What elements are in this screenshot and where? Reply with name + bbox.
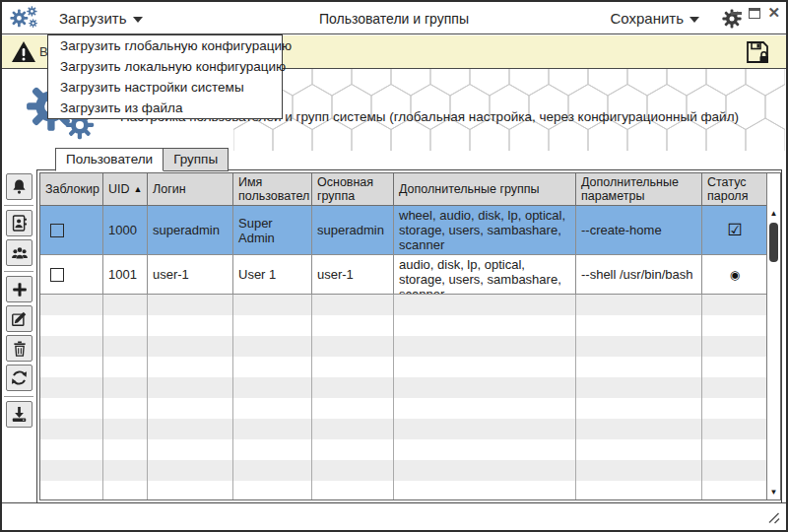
vertical-scrollbar[interactable]: ▲ ▼ bbox=[766, 173, 780, 499]
primary-group-cell: superadmin bbox=[312, 206, 394, 254]
delete-user-button[interactable] bbox=[6, 335, 33, 362]
user-group-icon bbox=[10, 243, 30, 263]
empty-table-row bbox=[40, 336, 768, 357]
uid-cell: 1001 bbox=[103, 255, 148, 294]
save-locked-icon[interactable] bbox=[745, 39, 770, 65]
edit-pencil-icon bbox=[10, 309, 29, 328]
name-cell: Super Admin bbox=[233, 206, 312, 254]
window-title: Пользователи и группы bbox=[199, 2, 589, 34]
scrollbar-thumb[interactable] bbox=[769, 223, 778, 262]
scroll-up-icon[interactable]: ▲ bbox=[767, 206, 780, 221]
load-dropdown-menu: Загрузить глобальную конфигурацию Загруз… bbox=[47, 34, 283, 119]
menu-item-load-system-settings[interactable]: Загрузить настройки системы bbox=[48, 77, 282, 98]
bell-icon bbox=[10, 177, 29, 196]
maximize-button[interactable] bbox=[749, 8, 760, 19]
close-button[interactable]: ✕ bbox=[767, 6, 780, 20]
status-bar bbox=[2, 502, 786, 530]
menu-item-load-local-config[interactable]: Загрузить локальную конфигурацию bbox=[48, 56, 282, 77]
app-gears-icon bbox=[10, 6, 43, 32]
blocked-checkbox[interactable] bbox=[50, 268, 64, 282]
empty-rows-area bbox=[40, 295, 780, 500]
empty-table-row bbox=[40, 481, 768, 500]
primary-group-cell: user-1 bbox=[312, 255, 394, 294]
save-menu-button[interactable]: Сохранить bbox=[610, 2, 699, 34]
password-status-radio-icon[interactable]: ◉ bbox=[730, 268, 740, 282]
toolbar-separator bbox=[4, 396, 33, 397]
sort-ascending-icon: ▲ bbox=[134, 182, 143, 196]
menu-item-load-global-config[interactable]: Загрузить глобальную конфигурацию bbox=[48, 35, 282, 56]
column-header-name[interactable]: Имя пользовател bbox=[233, 173, 312, 206]
edit-user-button[interactable] bbox=[6, 305, 33, 332]
load-menu-label: Загрузить bbox=[59, 10, 127, 27]
scrollbar-spacer bbox=[767, 173, 780, 206]
trash-icon bbox=[11, 340, 29, 358]
minimize-button[interactable] bbox=[731, 6, 742, 20]
extra-params-cell: --create-home bbox=[576, 206, 702, 254]
toolbar-separator bbox=[4, 271, 33, 272]
window-controls: ✕ bbox=[731, 6, 780, 20]
users-table-panel: Заблокир UID▲ Логин Имя пользовател Осно… bbox=[36, 169, 782, 503]
empty-table-row bbox=[40, 398, 768, 419]
empty-table-row bbox=[40, 377, 768, 398]
column-header-login[interactable]: Логин bbox=[148, 173, 233, 206]
empty-table-row bbox=[40, 295, 768, 315]
extra-groups-cell: wheel, audio, disk, lp, optical, storage… bbox=[394, 206, 576, 254]
empty-table-row bbox=[40, 419, 768, 439]
save-to-disk-button[interactable] bbox=[6, 401, 33, 428]
column-header-uid[interactable]: UID▲ bbox=[103, 173, 148, 206]
chevron-down-icon bbox=[690, 17, 699, 23]
column-header-extra-params[interactable]: Дополнительные параметры bbox=[576, 173, 702, 206]
app-window: Настройка пользователей и групп системы … bbox=[0, 0, 788, 532]
empty-table-row bbox=[40, 439, 768, 460]
notifications-button[interactable] bbox=[6, 173, 33, 200]
groups-button[interactable] bbox=[6, 239, 33, 266]
plus-icon bbox=[11, 281, 29, 299]
address-book-icon bbox=[10, 214, 29, 233]
table-header-row: Заблокир UID▲ Логин Имя пользовател Осно… bbox=[40, 173, 768, 206]
name-cell: User 1 bbox=[233, 255, 312, 294]
login-cell: superadmin bbox=[148, 206, 233, 254]
column-header-password-status[interactable]: Статус пароля bbox=[702, 173, 768, 206]
refresh-icon bbox=[10, 368, 29, 387]
table-row-selected[interactable]: 1000 superadmin Super Admin superadmin w… bbox=[40, 206, 768, 255]
scroll-down-icon[interactable]: ▼ bbox=[767, 485, 780, 499]
column-header-blocked[interactable]: Заблокир bbox=[40, 173, 103, 206]
load-menu-button[interactable]: Загрузить bbox=[59, 2, 143, 34]
download-icon bbox=[10, 405, 29, 424]
menu-item-load-from-file[interactable]: Загрузить из файла bbox=[48, 98, 282, 118]
warning-triangle-icon bbox=[11, 40, 36, 64]
tab-groups[interactable]: Группы bbox=[164, 148, 229, 171]
tab-bar: Пользователи Группы bbox=[55, 148, 229, 171]
blocked-checkbox[interactable] bbox=[50, 224, 64, 237]
empty-table-row bbox=[40, 460, 768, 481]
extra-params-cell: --shell /usr/bin/bash bbox=[576, 255, 702, 294]
users-list-button[interactable] bbox=[6, 210, 33, 236]
toolbar-separator bbox=[4, 205, 33, 206]
menu-bar: Загрузить Пользователи и группы Сохранит… bbox=[2, 2, 786, 34]
empty-table-row bbox=[40, 315, 768, 336]
empty-table-row bbox=[40, 357, 768, 377]
resize-grip-icon[interactable] bbox=[766, 510, 781, 525]
save-menu-label: Сохранить bbox=[610, 10, 684, 27]
users-table: Заблокир UID▲ Логин Имя пользовател Осно… bbox=[39, 172, 781, 500]
column-header-extra-groups[interactable]: Дополнительные группы bbox=[394, 173, 576, 206]
uid-cell: 1000 bbox=[103, 206, 148, 254]
extra-groups-cell: audio, disk, lp, optical, storage, users… bbox=[394, 255, 576, 294]
login-cell: user-1 bbox=[148, 255, 233, 294]
refresh-button[interactable] bbox=[6, 365, 33, 391]
table-row[interactable]: 1001 user-1 User 1 user-1 audio, disk, l… bbox=[40, 255, 768, 295]
tab-users[interactable]: Пользователи bbox=[55, 148, 164, 171]
chevron-down-icon bbox=[133, 17, 143, 23]
password-status-checked-icon[interactable]: ☑ bbox=[727, 220, 742, 240]
column-header-primary-group[interactable]: Основная группа bbox=[312, 173, 394, 206]
add-user-button[interactable] bbox=[6, 276, 33, 302]
